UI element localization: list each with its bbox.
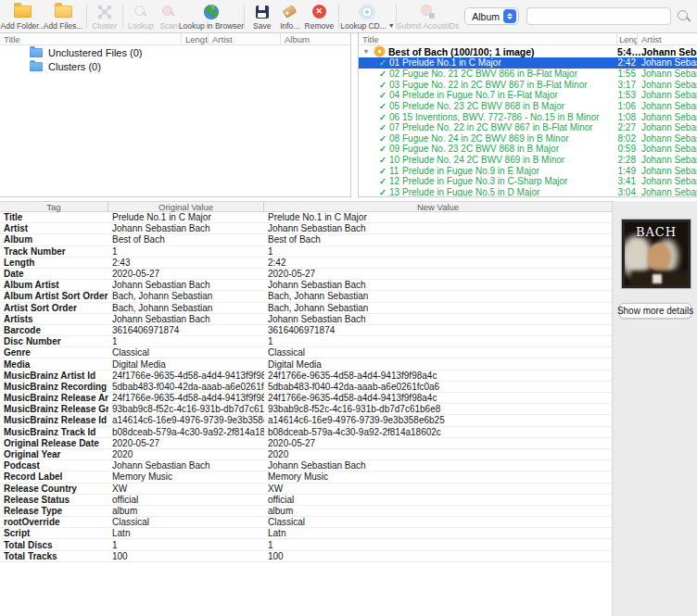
metadata-row[interactable]: TitlePrelude No.1 in C MajorPrelude No.1… — [0, 212, 612, 223]
new-value-cell[interactable]: Classical — [264, 517, 612, 527]
metadata-row[interactable]: ArtistJohann Sebastian BachJohann Sebast… — [0, 223, 612, 234]
add-files-button[interactable]: Add Files... — [44, 2, 82, 31]
new-value-cell[interactable]: 2:42 — [264, 258, 612, 268]
new-value-cell[interactable]: 5dbab483-f040-42da-aaab-a6e0261fc0a6 — [264, 382, 612, 392]
new-value-cell[interactable]: Johann Sebastian Bach — [264, 314, 612, 324]
column-header-album[interactable]: Album — [281, 33, 350, 44]
new-value-cell[interactable]: 24f1766e-9635-4d58-a4d4-9413f9f98a4c — [264, 371, 612, 381]
metadata-row[interactable]: Original Year20202020 — [0, 449, 612, 460]
track-row[interactable]: ✓12Prelude in Fugue No.3 in C-Sharp Majo… — [359, 176, 697, 187]
new-value-cell[interactable]: 24f1766e-9635-4d58-a4d4-9413f9f98a4c — [264, 393, 612, 403]
column-header-tag[interactable]: Tag — [0, 202, 108, 211]
metadata-row[interactable]: Disc Number11 — [0, 336, 612, 347]
metadata-row[interactable]: Release Statusofficialofficial — [0, 495, 612, 506]
metadata-row[interactable]: GenreClassicalClassical — [0, 347, 612, 358]
save-button[interactable]: Save — [248, 2, 276, 31]
track-row[interactable]: ✓03Fugue No. 22 in 2C BWV 867 in B-Flat … — [359, 79, 697, 90]
column-header-artist[interactable]: Artist — [638, 33, 697, 44]
remove-button[interactable]: ✕Remove — [304, 2, 335, 31]
new-value-cell[interactable]: XW — [264, 484, 612, 494]
new-value-cell[interactable]: 3616406971874 — [264, 325, 612, 335]
metadata-row[interactable]: MusicBrainz Release Ida14614c6-16e9-4976… — [0, 415, 612, 426]
new-value-cell[interactable]: Latn — [264, 528, 612, 538]
search-input[interactable] — [526, 7, 671, 25]
column-header-title[interactable]: Title — [359, 33, 617, 44]
new-value-cell[interactable]: 1 — [264, 540, 612, 550]
lookup-in-browser-button[interactable]: Lookup in Browser — [183, 2, 240, 31]
metadata-row[interactable]: MusicBrainz Release Group Id93bab9c8-f52… — [0, 404, 612, 415]
new-value-cell[interactable]: 1 — [264, 246, 612, 257]
new-value-cell[interactable]: Johann Sebastian Bach — [264, 223, 612, 233]
new-value-cell[interactable]: 2020 — [264, 449, 612, 459]
metadata-row[interactable]: ScriptLatnLatn — [0, 528, 612, 539]
metadata-row[interactable]: MusicBrainz Artist Id24f1766e-9635-4d58-… — [0, 371, 612, 382]
column-header-original-value[interactable]: Original Value — [108, 202, 264, 211]
new-value-cell[interactable]: Johann Sebastian Bach — [264, 280, 612, 290]
stepper-icon[interactable] — [503, 9, 516, 23]
metadata-row[interactable]: Original Release Date2020-05-272020-05-2… — [0, 438, 612, 449]
track-row[interactable]: ✓10Prelude No. 24 2C BWV 869 in B Minor2… — [359, 155, 697, 166]
metadata-row[interactable]: MusicBrainz Release Artist Id24f1766e-96… — [0, 393, 612, 404]
search-type-dropdown[interactable]: Album — [464, 7, 519, 25]
track-row[interactable]: ✓13Prelude in Fugue No.5 in D Major3:04J… — [359, 187, 697, 197]
new-value-cell[interactable]: b08dceab-579a-4c30-9a92-2f814a18602c — [264, 427, 612, 437]
column-header-length[interactable]: Length — [182, 33, 209, 44]
track-row[interactable]: ✓02Fugue No. 21 2C BWV 866 in B-Flat Maj… — [359, 69, 697, 80]
new-value-cell[interactable]: Prelude No.1 in C Major — [264, 212, 612, 222]
track-row[interactable]: ✓09Fugue No. 23 2C BWV 868 in B Major0:5… — [359, 144, 697, 155]
metadata-row[interactable]: MusicBrainz Recording Id5dbab483-f040-42… — [0, 382, 612, 393]
metadata-row[interactable]: Artist Sort OrderBach, Johann SebastianB… — [0, 303, 612, 314]
add-folder-button[interactable]: Add Folder... — [2, 2, 44, 31]
new-value-cell[interactable]: Bach, Johann Sebastian — [264, 291, 612, 301]
new-value-cell[interactable]: Bach, Johann Sebastian — [264, 303, 612, 313]
new-value-cell[interactable]: Johann Sebastian Bach — [264, 460, 612, 471]
file-browser-item[interactable]: Clusters (0) — [0, 59, 350, 73]
track-row[interactable]: ✓01Prelude No.1 in C Major2:42Johann Seb… — [359, 57, 697, 69]
metadata-row[interactable]: Total Discs11 — [0, 539, 612, 550]
chevron-down-icon[interactable]: ▼ — [388, 22, 395, 29]
new-value-cell[interactable]: album — [264, 506, 612, 516]
metadata-row[interactable]: ArtistsJohann Sebastian BachJohann Sebas… — [0, 314, 612, 325]
column-header-artist[interactable]: Artist — [209, 33, 281, 44]
new-value-cell[interactable]: official — [264, 495, 612, 505]
metadata-row[interactable]: rootOverrideClassicalClassical — [0, 517, 612, 528]
metadata-row[interactable]: Album ArtistJohann Sebastian BachJohann … — [0, 280, 612, 291]
metadata-row[interactable]: Track Number11 — [0, 246, 612, 258]
metadata-row[interactable]: Album Artist Sort OrderBach, Johann Seba… — [0, 291, 612, 302]
metadata-row[interactable]: Record LabelMemory MusicMemory Music — [0, 471, 612, 483]
track-row[interactable]: ✓0615 Inventions, BWV. 772-786 - No.15 i… — [359, 111, 697, 122]
info-button[interactable]: Info... — [276, 2, 304, 31]
metadata-row[interactable]: Date2020-05-272020-05-27 — [0, 269, 612, 280]
metadata-row[interactable]: Total Tracks100100 — [0, 551, 612, 562]
track-row[interactable]: ✓04Prelude in Fugue No.7 in E-Flat Major… — [359, 90, 697, 101]
disclosure-chevron-icon[interactable]: ▾ — [364, 48, 374, 56]
metadata-row[interactable]: Barcode36164069718743616406971874 — [0, 325, 612, 336]
cover-art-image[interactable]: BACH — [622, 220, 691, 288]
new-value-cell[interactable]: 2020-05-27 — [264, 269, 612, 279]
metadata-row[interactable]: Length2:432:42 — [0, 258, 612, 269]
metadata-row[interactable]: AlbumBest of BachBest of Bach — [0, 234, 612, 245]
metadata-row[interactable]: Release CountryXWXW — [0, 484, 612, 495]
album-row[interactable]: ▾ Best of Bach (100/100; 1 image) 5:4… J… — [359, 45, 697, 57]
new-value-cell[interactable]: Classical — [264, 347, 612, 358]
metadata-row[interactable]: Release Typealbumalbum — [0, 506, 612, 517]
metadata-row[interactable]: MediaDigital MediaDigital Media — [0, 358, 612, 370]
column-header-new-value[interactable]: New Value — [264, 202, 612, 211]
show-more-details-button[interactable]: Show more details — [619, 303, 691, 319]
new-value-cell[interactable]: 93bab9c8-f52c-4c16-931b-db7d7c61b6e8 — [264, 404, 612, 414]
new-value-cell[interactable]: 2020-05-27 — [264, 438, 612, 448]
track-row[interactable]: ✓11Prelude in Fugue No.9 in E Major1:49J… — [359, 165, 697, 176]
track-row[interactable]: ✓07Prelude No. 22 in 2C BWV 867 in B-Fla… — [359, 122, 697, 133]
column-header-title[interactable]: Title — [0, 33, 182, 44]
track-row[interactable]: ✓08Fugue No. 24 in 2C BWV 869 in B Minor… — [359, 132, 697, 144]
metadata-row[interactable]: MusicBrainz Track Idb08dceab-579a-4c30-9… — [0, 427, 612, 438]
new-value-cell[interactable]: Digital Media — [264, 359, 612, 370]
metadata-row[interactable]: PodcastJohann Sebastian BachJohann Sebas… — [0, 460, 612, 471]
search-icon[interactable] — [677, 9, 691, 24]
new-value-cell[interactable]: Memory Music — [264, 471, 612, 482]
new-value-cell[interactable]: 1 — [264, 336, 612, 346]
new-value-cell[interactable]: Best of Bach — [264, 234, 612, 245]
new-value-cell[interactable]: a14614c6-16e9-4976-9739-9e3b358e6b25 — [264, 415, 612, 425]
column-header-length[interactable]: Length — [617, 33, 638, 44]
new-value-cell[interactable]: 100 — [264, 551, 612, 561]
